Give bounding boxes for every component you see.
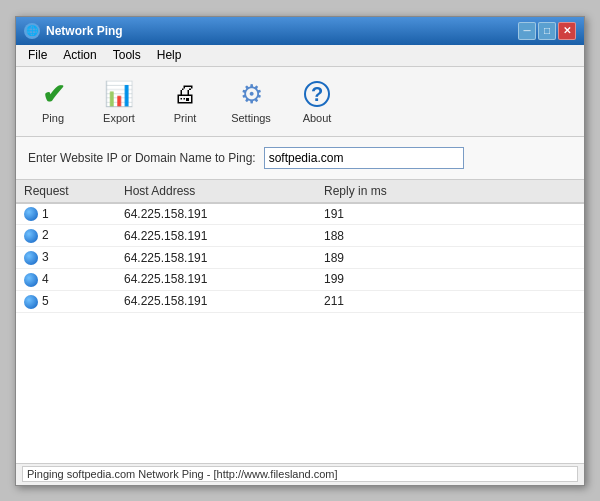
export-label: Export xyxy=(103,112,135,124)
cell-status-icon-2 xyxy=(96,247,116,269)
minimize-button[interactable]: ─ xyxy=(518,22,536,40)
toolbar: Ping Export Print Settings ? About xyxy=(16,67,584,137)
window-icon: 🌐 xyxy=(24,23,40,39)
menu-action[interactable]: Action xyxy=(55,46,104,64)
input-label: Enter Website IP or Domain Name to Ping: xyxy=(28,151,256,165)
cell-status-icon-3 xyxy=(96,268,116,290)
menu-tools[interactable]: Tools xyxy=(105,46,149,64)
cell-request-3: 4 xyxy=(16,268,96,290)
settings-icon xyxy=(235,78,267,110)
cell-request-1: 2 xyxy=(16,225,96,247)
status-bar-text: Pinging softpedia.com Network Ping - [ht… xyxy=(22,466,578,482)
results-table: Request Host Address Reply in ms 1 64.22… xyxy=(16,180,584,313)
title-bar: 🌐 Network Ping ─ □ ✕ xyxy=(16,17,584,45)
col-header-request: Request xyxy=(16,180,96,203)
window-title: Network Ping xyxy=(46,24,123,38)
cell-reply-1: 188 xyxy=(316,225,584,247)
export-button[interactable]: Export xyxy=(90,72,148,130)
settings-button[interactable]: Settings xyxy=(222,72,280,130)
row-status-icon-1 xyxy=(24,229,38,243)
menu-file[interactable]: File xyxy=(20,46,55,64)
menu-bar: File Action Tools Help xyxy=(16,45,584,67)
settings-label: Settings xyxy=(231,112,271,124)
table-row: 2 64.225.158.191 188 xyxy=(16,225,584,247)
ping-button[interactable]: Ping xyxy=(24,72,82,130)
title-bar-left: 🌐 Network Ping xyxy=(24,23,123,39)
results-area: Request Host Address Reply in ms 1 64.22… xyxy=(16,180,584,463)
about-button[interactable]: ? About xyxy=(288,72,346,130)
cell-host-4: 64.225.158.191 xyxy=(116,290,316,312)
print-label: Print xyxy=(174,112,197,124)
ping-label: Ping xyxy=(42,112,64,124)
cell-reply-0: 191 xyxy=(316,203,584,225)
table-row: 4 64.225.158.191 199 xyxy=(16,268,584,290)
print-button[interactable]: Print xyxy=(156,72,214,130)
cell-host-2: 64.225.158.191 xyxy=(116,247,316,269)
cell-request-2: 3 xyxy=(16,247,96,269)
status-bar: Pinging softpedia.com Network Ping - [ht… xyxy=(16,463,584,485)
cell-reply-3: 199 xyxy=(316,268,584,290)
cell-host-0: 64.225.158.191 xyxy=(116,203,316,225)
input-area: Enter Website IP or Domain Name to Ping: xyxy=(16,137,584,180)
table-row: 5 64.225.158.191 211 xyxy=(16,290,584,312)
table-row: 3 64.225.158.191 189 xyxy=(16,247,584,269)
cell-host-3: 64.225.158.191 xyxy=(116,268,316,290)
about-label: About xyxy=(303,112,332,124)
cell-request-4: 5 xyxy=(16,290,96,312)
cell-status-icon-1 xyxy=(96,225,116,247)
print-icon xyxy=(169,78,201,110)
cell-host-1: 64.225.158.191 xyxy=(116,225,316,247)
close-button[interactable]: ✕ xyxy=(558,22,576,40)
row-status-icon-2 xyxy=(24,251,38,265)
domain-input[interactable] xyxy=(264,147,464,169)
row-status-icon-0 xyxy=(24,207,38,221)
col-header-host: Host Address xyxy=(116,180,316,203)
col-header-status xyxy=(96,180,116,203)
table-body: 1 64.225.158.191 191 2 64.225.158.191 18… xyxy=(16,203,584,313)
main-window: 🌐 Network Ping ─ □ ✕ File Action Tools H… xyxy=(15,16,585,486)
row-status-icon-3 xyxy=(24,273,38,287)
title-buttons: ─ □ ✕ xyxy=(518,22,576,40)
ping-icon xyxy=(37,78,69,110)
col-header-reply: Reply in ms xyxy=(316,180,584,203)
table-header-row: Request Host Address Reply in ms xyxy=(16,180,584,203)
status-text: Pinging softpedia.com Network Ping - [ht… xyxy=(27,468,338,480)
about-icon: ? xyxy=(301,78,333,110)
row-status-icon-4 xyxy=(24,295,38,309)
cell-status-icon-4 xyxy=(96,290,116,312)
cell-request-0: 1 xyxy=(16,203,96,225)
maximize-button[interactable]: □ xyxy=(538,22,556,40)
menu-help[interactable]: Help xyxy=(149,46,190,64)
export-icon xyxy=(103,78,135,110)
table-row: 1 64.225.158.191 191 xyxy=(16,203,584,225)
cell-reply-2: 189 xyxy=(316,247,584,269)
cell-status-icon-0 xyxy=(96,203,116,225)
cell-reply-4: 211 xyxy=(316,290,584,312)
